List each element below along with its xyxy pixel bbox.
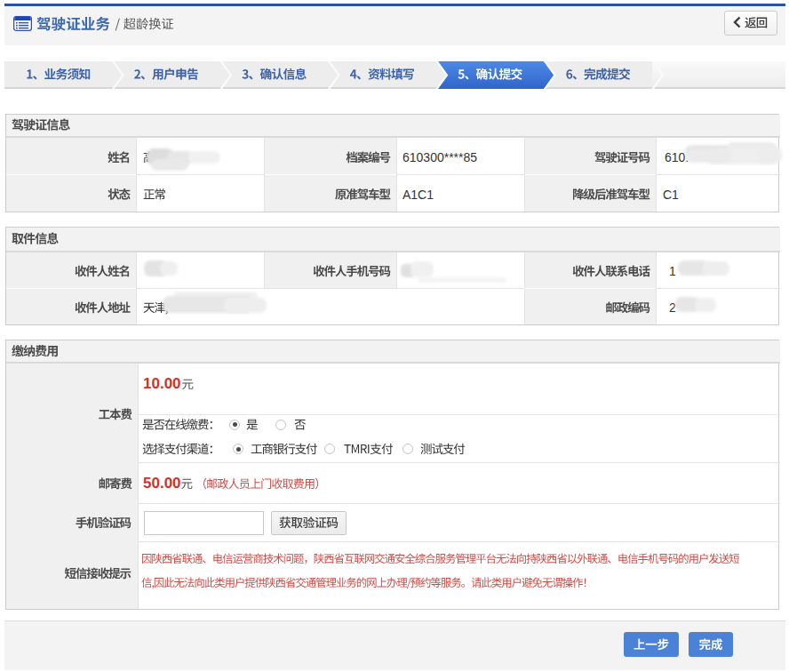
svg-text:610300****85: 610300****85	[402, 150, 477, 164]
svg-text:1: 1	[669, 264, 676, 278]
svg-text:10.00: 10.00	[143, 375, 181, 392]
svg-text:A1C1: A1C1	[402, 188, 434, 202]
svg-text:C1: C1	[663, 188, 679, 202]
svg-text:50.00: 50.00	[143, 475, 181, 492]
